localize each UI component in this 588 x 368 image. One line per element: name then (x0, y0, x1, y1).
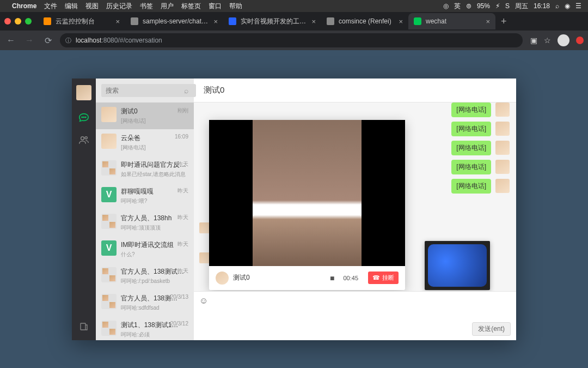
close-tab-icon[interactable]: × (311, 17, 316, 26)
favicon (131, 17, 138, 25)
message-bubble[interactable]: [网络电话] (451, 141, 491, 155)
conversation-time: 16:09 (175, 134, 188, 140)
local-video-pip[interactable] (425, 241, 490, 290)
left-rail (72, 79, 96, 340)
composer[interactable]: ☺ 发送(ent) (194, 291, 516, 340)
remote-video (209, 120, 405, 266)
maximize-window[interactable] (25, 18, 32, 25)
macos-menubar: Chrome 文件 编辑 视图 历史记录 书签 用户 标签页 窗口 帮助 ◎ 英… (0, 0, 588, 12)
siri-icon[interactable]: ◉ (565, 2, 570, 10)
message-bubble[interactable]: [网络电话] (451, 102, 491, 117)
emoji-icon[interactable]: ☺ (199, 296, 208, 306)
favicon (44, 17, 51, 25)
minimize-window[interactable] (15, 18, 21, 25)
star-icon[interactable]: ☆ (544, 36, 551, 45)
conversation-time: 20/3/12 (170, 321, 188, 327)
menu-edit[interactable]: 编辑 (65, 2, 78, 11)
message-bubble[interactable]: [网络电话] (451, 179, 491, 194)
address-bar[interactable]: ⓘ localhost:8080/#/conversation (60, 33, 523, 47)
forward-button[interactable]: → (23, 35, 36, 45)
close-window[interactable] (4, 18, 11, 25)
message-row: [网络电话] (451, 141, 510, 155)
conversation-item[interactable]: 官方人员、138hh呵呵哈:顶顶顶顶昨天 (96, 209, 194, 236)
conversation-preview: 呵呵哈:/:pd/:basketb (121, 277, 188, 285)
conversation-preview: [网络电话] (121, 117, 188, 125)
search-input[interactable] (101, 84, 196, 97)
avatar (101, 294, 117, 309)
ime-icon[interactable]: 英 (454, 2, 461, 11)
tab-title: 实时音视频开发的工程化实践[… (241, 17, 307, 26)
conversation-item[interactable]: 即时通讯问题官方反…如果已经star,请忽略此消息昨天 (96, 156, 194, 183)
message-area[interactable]: [网络电话][网络电话][网络电话][网络电话][网络电话] 测试0 ■ 00:… (194, 102, 516, 291)
conversation-time: 昨天 (177, 187, 188, 195)
menu-tabs[interactable]: 标签页 (181, 2, 201, 11)
mic-icon[interactable]: ◎ (443, 2, 449, 10)
message-bubble[interactable]: [网络电话] (451, 122, 491, 136)
menu-icon[interactable]: ☰ (575, 2, 581, 10)
more-icon[interactable] (78, 321, 90, 333)
browser-tab[interactable]: comsince (Renfei)× (321, 13, 408, 29)
conversation-item[interactable]: 官方人员、138测试…呵呵哈:/:pd/:basketb昨天 (96, 263, 194, 289)
app-name[interactable]: Chrome (12, 2, 36, 10)
chat-panel: 测试0 [网络电话][网络电话][网络电话][网络电话][网络电话] 测试0 ■ (194, 79, 516, 340)
conversation-item[interactable]: 测试1、138测试1…呵呵哈:必须20/3/12 (96, 316, 194, 340)
conversation-item[interactable]: 测试0[网络电话]刚刚 (96, 102, 194, 129)
site-info-icon[interactable]: ⓘ (65, 37, 71, 45)
menu-user[interactable]: 用户 (161, 2, 174, 11)
avatar (101, 160, 117, 176)
conversation-time: 昨天 (177, 240, 188, 248)
avatar: V (101, 240, 117, 256)
time-label: 16:18 (534, 2, 550, 10)
close-tab-icon[interactable]: × (486, 17, 490, 26)
avatar (101, 321, 117, 336)
new-tab-button[interactable]: + (495, 16, 512, 27)
message-bubble[interactable]: [网络电话] (451, 160, 491, 174)
menu-help[interactable]: 帮助 (229, 2, 242, 11)
extension-badge[interactable] (576, 37, 584, 44)
avatar: V (101, 187, 117, 202)
wifi-icon[interactable]: ⊚ (466, 2, 471, 10)
incoming-avatar (199, 222, 210, 233)
conversation-time: 刚刚 (177, 107, 188, 114)
conversation-item[interactable]: VIM即时通讯交流组什么?昨天 (96, 236, 194, 263)
video-call-window[interactable]: 测试0 ■ 00:45 挂断 (209, 120, 405, 290)
send-button[interactable]: 发送(ent) (472, 322, 511, 336)
sender-avatar (495, 179, 510, 193)
menu-bookmarks[interactable]: 书签 (140, 2, 153, 11)
browser-tab[interactable]: samples-server/chatclient.js at× (125, 13, 223, 29)
camera-icon[interactable]: ▣ (530, 36, 537, 45)
browser-tab[interactable]: 云监控控制台× (38, 13, 125, 29)
menu-file[interactable]: 文件 (44, 2, 57, 11)
caller-name: 测试0 (233, 273, 250, 282)
conversation-item[interactable]: 云朵爸[网络电话]16:09 (96, 129, 194, 156)
contacts-icon[interactable] (78, 134, 90, 146)
s-icon[interactable]: S (505, 2, 510, 10)
chat-icon[interactable] (78, 111, 90, 123)
tabstrip: 云监控控制台×samples-server/chatclient.js at×实… (0, 12, 588, 31)
menu-window[interactable]: 窗口 (209, 2, 222, 11)
reload-button[interactable]: ⟳ (41, 35, 54, 46)
hangup-button[interactable]: 挂断 (368, 272, 399, 284)
profile-button[interactable] (558, 34, 569, 46)
conversation-preview: 什么? (121, 251, 188, 258)
close-tab-icon[interactable]: × (399, 17, 403, 26)
close-tab-icon[interactable]: × (115, 17, 120, 26)
conversation-item[interactable]: V群聊嘎嘎嘎呵呵哈:喂?昨天 (96, 183, 194, 209)
sender-avatar (495, 102, 510, 117)
spotlight-icon[interactable]: ⌕ (555, 2, 559, 10)
camera-toggle-icon[interactable]: ■ (330, 274, 334, 282)
browser-tab[interactable]: 实时音视频开发的工程化实践[…× (223, 13, 321, 29)
browser-tab[interactable]: wechat× (408, 13, 495, 29)
menu-history[interactable]: 历史记录 (106, 2, 132, 11)
my-avatar[interactable] (76, 85, 91, 100)
back-button[interactable]: ← (4, 35, 17, 45)
menu-view[interactable]: 视图 (85, 2, 99, 11)
wechat-window: ⌕ 测试0[网络电话]刚刚云朵爸[网络电话]16:09即时通讯问题官方反…如果已… (72, 79, 516, 340)
conversation-item[interactable]: 官方人员、138测…呵呵哈:sdfdfsad20/3/13 (96, 289, 194, 316)
favicon (414, 17, 421, 25)
tab-title: wechat (426, 17, 481, 25)
close-tab-icon[interactable]: × (213, 17, 218, 26)
svg-point-1 (83, 117, 84, 117)
tab-title: comsince (Renfei) (339, 17, 394, 25)
conversation-list: ⌕ 测试0[网络电话]刚刚云朵爸[网络电话]16:09即时通讯问题官方反…如果已… (96, 79, 194, 340)
